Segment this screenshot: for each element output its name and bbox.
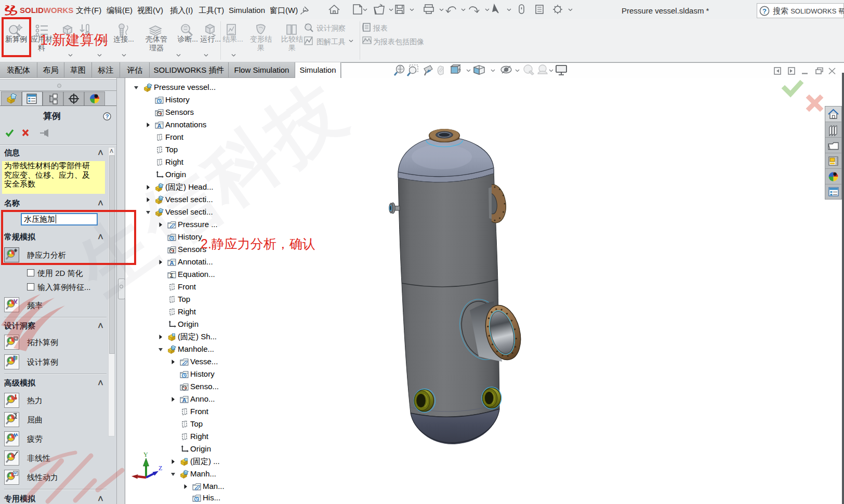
svg-text:?: ? bbox=[762, 7, 767, 15]
svg-text:?: ? bbox=[106, 113, 109, 120]
svg-text:SOLIDWORKS: SOLIDWORKS bbox=[20, 6, 73, 15]
svg-text:Z: Z bbox=[159, 465, 162, 472]
svg-text:Y: Y bbox=[143, 451, 148, 458]
